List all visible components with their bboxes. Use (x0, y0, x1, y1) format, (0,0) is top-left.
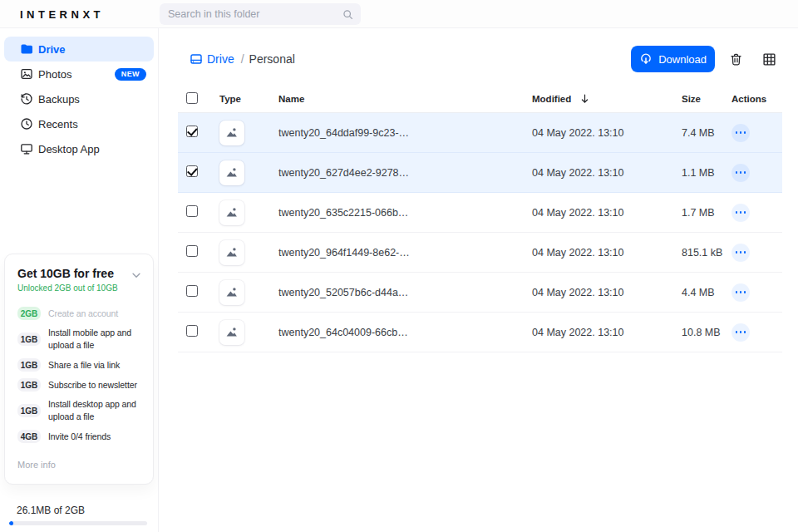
breadcrumb-separator: / (241, 52, 244, 66)
file-name: twenty20_64ddaf99-9c23-… (278, 127, 532, 139)
file-modified: 04 May 2022. 13:10 (532, 247, 682, 259)
file-modified: 04 May 2022. 13:10 (532, 127, 682, 139)
grid-view-icon (762, 52, 776, 66)
row-actions-button[interactable] (732, 244, 750, 262)
task-reward-badge: 4GB (17, 430, 41, 443)
topbar: INTERNXT (0, 0, 798, 28)
breadcrumb-drive[interactable]: Drive (190, 52, 234, 66)
task-reward-badge: 1GB (17, 332, 41, 346)
sidebar-item-recents[interactable]: Recents (4, 111, 154, 136)
file-name: twenty20_635c2215-066b… (278, 207, 532, 219)
referral-task: 1GB Install desktop app and upload a fil… (17, 398, 140, 423)
referral-card: Get 10GB for free Unlocked 2GB out of 10… (4, 254, 154, 485)
sidebar: Drive Photos NEW Backups Recents Desktop… (0, 28, 159, 532)
task-label[interactable]: Install desktop app and upload a file (48, 398, 140, 423)
file-row[interactable]: twenty20_64c04009-66cb… 04 May 2022. 13:… (178, 313, 782, 352)
task-label[interactable]: Install mobile app and upload a file (48, 327, 140, 352)
file-name: twenty20_52057b6c-d44a… (278, 287, 532, 298)
file-size: 4.4 MB (682, 287, 732, 298)
search-box[interactable] (160, 3, 361, 25)
select-all-checkbox[interactable] (186, 92, 198, 104)
task-label[interactable]: Share a file via link (48, 359, 120, 372)
referral-tasks: 2GB Create an account 1GB Install mobile… (17, 307, 140, 443)
task-reward-badge: 1GB (17, 378, 41, 392)
file-size: 1.7 MB (682, 207, 732, 219)
file-row[interactable]: twenty20_64ddaf99-9c23-… 04 May 2022. 13… (178, 113, 782, 153)
desktop-icon (20, 142, 33, 155)
file-row[interactable]: twenty20_52057b6c-d44a… 04 May 2022. 13:… (178, 273, 782, 313)
file-modified: 04 May 2022. 13:10 (532, 207, 682, 219)
sidebar-item-label: Desktop App (38, 143, 100, 155)
sidebar-item-backups[interactable]: Backups (4, 86, 154, 111)
sidebar-item-label: Recents (38, 118, 78, 131)
more-info-link[interactable]: More info (17, 460, 140, 470)
task-label[interactable]: Subscribe to newsletter (48, 379, 137, 392)
sidebar-item-drive[interactable]: Drive (4, 37, 154, 62)
referral-title: Get 10GB for free (17, 266, 140, 281)
row-actions-button[interactable] (732, 164, 750, 182)
image-file-icon (224, 245, 239, 260)
file-name: twenty20_627d4ee2-9278… (278, 167, 532, 179)
image-file-icon (224, 205, 239, 220)
task-reward-badge: 1GB (17, 404, 41, 417)
storage-progress-bar (9, 521, 147, 525)
referral-subtitle: Unlocked 2GB out of 10GB (17, 283, 140, 293)
internxt-logo: INTERNXT (20, 8, 104, 21)
sidebar-item-photos[interactable]: Photos NEW (4, 62, 154, 86)
trash-button[interactable] (722, 46, 749, 72)
row-actions-button[interactable] (732, 283, 750, 302)
referral-task: 1GB Share a file via link (17, 358, 140, 372)
file-type-badge (219, 121, 244, 145)
row-checkbox[interactable] (186, 325, 198, 337)
sidebar-item-label: Backups (38, 93, 80, 106)
file-size: 10.8 MB (682, 327, 732, 338)
row-actions-button[interactable] (732, 124, 750, 142)
chevron-down-icon[interactable] (131, 269, 142, 281)
file-modified: 04 May 2022. 13:10 (532, 327, 682, 338)
referral-task: 1GB Install mobile app and upload a file (17, 327, 140, 352)
file-modified: 04 May 2022. 13:10 (532, 167, 682, 179)
header-name[interactable]: Name (278, 94, 532, 104)
sidebar-item-label: Photos (38, 68, 71, 81)
recents-icon (20, 117, 33, 131)
row-actions-button[interactable] (732, 204, 750, 222)
photos-icon (20, 67, 33, 81)
table-header: Type Name Modified Size Actions (178, 85, 782, 113)
drive-icon (190, 52, 203, 66)
file-row[interactable]: twenty20_964f1449-8e62-… 04 May 2022. 13… (178, 233, 782, 273)
task-reward-badge: 1GB (17, 358, 41, 372)
sidebar-nav: Drive Photos NEW Backups Recents Desktop… (0, 28, 158, 161)
trash-icon (729, 52, 743, 66)
header-modified[interactable]: Modified (532, 93, 682, 104)
row-checkbox[interactable] (186, 205, 198, 217)
row-checkbox[interactable] (186, 285, 198, 297)
row-checkbox[interactable] (186, 245, 198, 257)
grid-view-button[interactable] (756, 46, 782, 72)
row-checkbox[interactable] (186, 126, 198, 137)
main-content: Drive / Personal Download Type Name Modi… (159, 28, 798, 532)
referral-task: 2GB Create an account (17, 307, 140, 320)
image-file-icon (224, 285, 239, 300)
storage-progress-fill (9, 521, 13, 525)
file-modified: 04 May 2022. 13:10 (532, 287, 682, 298)
row-checkbox[interactable] (186, 165, 198, 177)
file-row[interactable]: twenty20_635c2215-066b… 04 May 2022. 13:… (178, 193, 782, 233)
file-name: twenty20_964f1449-8e62-… (278, 247, 532, 259)
header-size[interactable]: Size (682, 94, 732, 104)
file-type-badge (219, 280, 244, 305)
file-row[interactable]: twenty20_627d4ee2-9278… 04 May 2022. 13:… (178, 153, 782, 193)
storage-indicator: 26.1MB of 2GB (9, 505, 147, 525)
row-actions-button[interactable] (732, 323, 750, 342)
referral-task: 1GB Subscribe to newsletter (17, 378, 140, 392)
new-badge: NEW (115, 68, 146, 81)
download-icon (639, 52, 653, 66)
task-label[interactable]: Invite 0/4 friends (48, 431, 111, 443)
search-icon (342, 9, 353, 20)
file-size: 7.4 MB (682, 127, 732, 139)
download-button[interactable]: Download (631, 46, 715, 72)
storage-usage-text: 26.1MB of 2GB (9, 505, 147, 516)
sidebar-item-desktop-app[interactable]: Desktop App (4, 136, 154, 161)
search-input[interactable] (160, 8, 342, 20)
task-label[interactable]: Create an account (48, 308, 118, 320)
referral-task: 4GB Invite 0/4 friends (17, 430, 140, 443)
